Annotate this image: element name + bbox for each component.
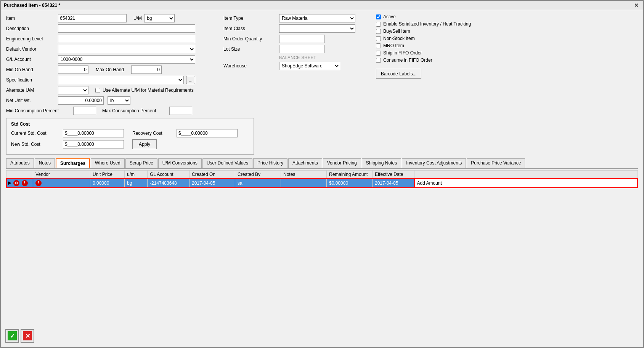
cell-created-by[interactable]: sa <box>235 179 281 188</box>
mro-checkbox[interactable] <box>376 43 381 48</box>
default-vendor-row: Default Vendor <box>6 45 216 53</box>
cell-unit-price[interactable]: 0.00000 <box>90 179 125 188</box>
net-unit-wt-label: Net Unit Wt. <box>6 98 56 103</box>
max-on-hand-label: Max On Hand <box>91 67 129 72</box>
cancel-icon: ✕ <box>23 331 32 340</box>
min-order-qty-input[interactable] <box>279 35 325 43</box>
mro-row: MRO Item <box>376 43 638 48</box>
min-max-on-hand-row: Min On Hand Max On Hand <box>6 65 216 74</box>
consume-fifo-checkbox[interactable] <box>376 58 381 63</box>
ship-fifo-checkbox[interactable] <box>376 51 381 56</box>
engineering-level-input[interactable] <box>58 35 195 43</box>
col-header-um: u/m <box>125 171 148 179</box>
item-type-select[interactable]: Raw Material <box>279 14 355 22</box>
col-header-gl-account: GL Account <box>148 171 190 179</box>
item-class-row: Item Class <box>223 24 368 33</box>
save-icon: ✓ <box>8 331 17 340</box>
col-header-remaining-amount: Remaining Amount <box>327 171 373 179</box>
description-label: Description <box>6 26 56 31</box>
serialized-checkbox[interactable] <box>376 22 381 27</box>
tabs-list: Attributes Notes Surcharges Where Used S… <box>6 158 638 169</box>
tab-user-defined-values[interactable]: User Defined Values <box>202 158 252 168</box>
default-vendor-select[interactable] <box>58 45 195 53</box>
non-stock-checkbox[interactable] <box>376 36 381 41</box>
consume-fifo-label: Consume in FIFO Order <box>383 57 432 63</box>
tab-attributes[interactable]: Attributes <box>6 158 34 168</box>
current-std-cost-row: Current Std. Cost Recovery Cost <box>11 129 249 137</box>
new-std-cost-input[interactable] <box>63 140 124 148</box>
net-unit-wt-um-select[interactable]: lb <box>108 96 130 105</box>
cell-effective-date[interactable]: 2017-04-05 <box>373 179 414 188</box>
tab-surcharges[interactable]: Surcharges <box>56 158 90 168</box>
specification-select[interactable] <box>58 76 184 84</box>
buy-sell-checkbox[interactable] <box>376 29 381 34</box>
form-area: Item U/M bg Description Engineer <box>1 10 643 158</box>
window-title: Purchased Item - 654321 * <box>4 3 60 8</box>
active-checkbox[interactable] <box>376 14 381 19</box>
lot-size-input[interactable] <box>279 45 325 53</box>
cell-add-amount[interactable]: Add Amount <box>414 179 638 188</box>
description-input[interactable] <box>58 24 195 33</box>
balance-sheet-row: BALANCE SHEET <box>223 55 368 60</box>
tab-purchase-price-variance[interactable]: Purchase Price Variance <box>467 158 525 168</box>
row-delete-icon[interactable]: ⊙ <box>13 180 19 186</box>
cell-gl-account[interactable]: -2147483648 <box>148 179 190 188</box>
new-std-cost-label: New Std. Cost <box>11 142 61 147</box>
alternate-um-row: Alternate U/M Use Alternate U/M for Mate… <box>6 86 216 94</box>
item-input[interactable] <box>58 14 127 22</box>
vendor-error-icon: ! <box>35 180 42 186</box>
tab-shipping-notes[interactable]: Shipping Notes <box>362 158 401 168</box>
col-header-notes: Notes <box>281 171 327 179</box>
window-close-button[interactable]: ✕ <box>633 2 640 8</box>
current-std-cost-input[interactable] <box>63 129 124 137</box>
gl-account-label: G/L Account <box>6 57 56 62</box>
min-on-hand-input[interactable] <box>58 65 88 74</box>
cell-notes[interactable] <box>281 179 327 188</box>
max-consumption-label: Max Consumption Percent <box>102 108 167 113</box>
col-header-created-on: Created On <box>190 171 235 179</box>
cell-vendor[interactable]: ! <box>33 179 90 188</box>
cancel-button[interactable]: ✕ <box>21 329 34 343</box>
warehouse-select[interactable]: ShopEdge Software <box>279 62 340 70</box>
cell-remaining-amount[interactable]: $0.00000 <box>327 179 373 188</box>
non-stock-label: Non-Stock Item <box>383 36 415 41</box>
net-unit-wt-input[interactable] <box>58 96 104 105</box>
apply-button[interactable]: Apply <box>132 139 157 149</box>
min-order-qty-row: Min Order Quantity <box>223 35 368 43</box>
min-consumption-input[interactable] <box>73 107 96 115</box>
cell-um[interactable]: bg <box>125 179 148 188</box>
um-select[interactable]: bg <box>144 14 175 22</box>
cell-actions: ▶ ⊙ ! <box>6 179 33 188</box>
gl-account-select[interactable]: 1000-0000 <box>58 55 195 64</box>
ship-fifo-label: Ship in FIFO Order <box>383 50 422 56</box>
tab-inventory-cost-adjustments[interactable]: Inventory Cost Adjustments <box>402 158 466 168</box>
cell-created-on[interactable]: 2017-04-05 <box>190 179 235 188</box>
col-header-created-by: Created By <box>235 171 281 179</box>
alternate-um-select[interactable] <box>58 86 88 94</box>
tab-price-history[interactable]: Price History <box>253 158 287 168</box>
tab-notes[interactable]: Notes <box>35 158 55 168</box>
max-on-hand-input[interactable] <box>131 65 162 74</box>
barcode-labels-button[interactable]: Barcode Labels... <box>376 69 421 79</box>
col-header-unit-price: Unit Price <box>90 171 125 179</box>
left-column: Item U/M bg Description Engineer <box>6 14 216 155</box>
recovery-cost-label: Recovery Cost <box>132 131 174 136</box>
tab-scrap-price[interactable]: Scrap Price <box>125 158 157 168</box>
balance-sheet-text: BALANCE SHEET <box>279 55 316 60</box>
col-header-add-amount <box>414 171 638 179</box>
use-alternate-checkbox[interactable] <box>95 88 100 93</box>
tab-attachments[interactable]: Attachments <box>288 158 322 168</box>
save-button[interactable]: ✓ <box>5 329 19 343</box>
row-error-icon: ! <box>22 180 28 186</box>
item-row: Item U/M bg <box>6 14 216 22</box>
item-class-select[interactable] <box>279 24 355 33</box>
tab-where-used[interactable]: Where Used <box>91 158 125 168</box>
specification-browse-button[interactable]: … <box>186 76 195 84</box>
specification-row: Specification … <box>6 76 216 84</box>
lot-size-row: Lot Size <box>223 45 368 53</box>
max-consumption-input[interactable] <box>169 107 192 115</box>
tab-vendor-pricing[interactable]: Vendor Pricing <box>323 158 361 168</box>
tab-um-conversions[interactable]: U/M Conversions <box>158 158 202 168</box>
table-row[interactable]: ▶ ⊙ ! ! 0.00000 bg -2147483648 2017-04-0… <box>6 179 638 188</box>
buy-sell-row: Buy/Sell Item <box>376 29 638 34</box>
